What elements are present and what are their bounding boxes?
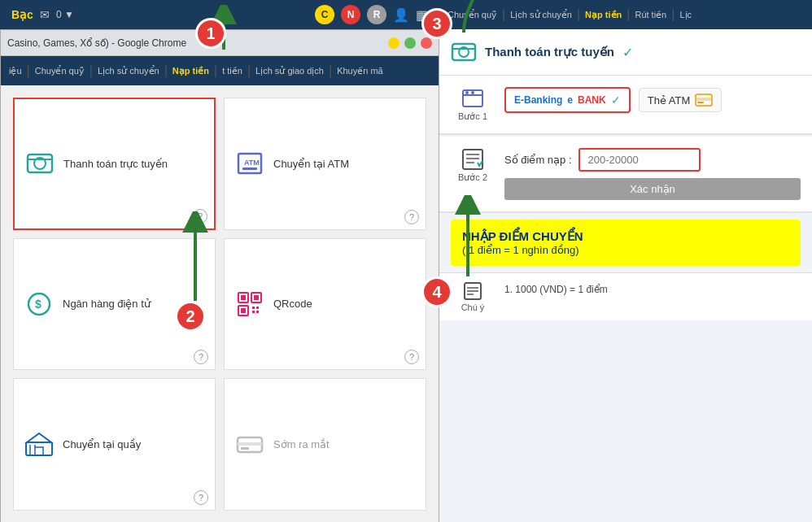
ebank-check: ✓ <box>611 94 621 107</box>
svg-text:$: $ <box>35 298 41 311</box>
step2-content: Số điểm nạp : Xác nhận <box>504 148 801 200</box>
svg-point-32 <box>471 91 474 94</box>
header-title: Thanh toán trực tuyến <box>485 45 614 59</box>
atm-card-option[interactable]: Thẻ ATM <box>639 88 723 112</box>
callout-subtitle: ( 1 điểm = 1 nghìn đồng) <box>462 244 789 256</box>
right-nav: Chuyển quỹ | Lịch sử chuyển | Nạp tiền |… <box>439 0 812 29</box>
newcard-icon <box>234 429 265 460</box>
arrow4 <box>447 195 488 285</box>
note-content: 1. 1000 (VND) = 1 điểm <box>504 284 608 295</box>
step1-icon <box>461 87 484 110</box>
soon-label: Sớm ra mắt <box>273 438 330 450</box>
note-section: Chú ý 1. 1000 (VND) = 1 điểm <box>439 272 812 320</box>
ebank-brand: e <box>567 94 573 106</box>
step1-badge: 1 <box>195 18 226 49</box>
qr-label: QRcode <box>273 298 312 310</box>
svg-rect-11 <box>241 295 246 300</box>
counter-label: Chuyển tại quầy <box>63 438 141 450</box>
app-nav: iệu | Chuyển quỹ | Lịch sử chuyển | Nạp … <box>1 56 439 85</box>
chrome-close[interactable] <box>421 37 432 49</box>
nav-lichsuchuyen[interactable]: Lịch sử chuyển <box>98 66 159 76</box>
payment-card-counter[interactable]: Chuyển tại quầy ? <box>13 378 216 511</box>
payment-card-online[interactable]: Thanh toán trực tuyến ? <box>13 98 216 230</box>
points-input[interactable] <box>578 148 701 172</box>
mail-icon: ✉ <box>40 8 50 21</box>
svg-rect-25 <box>241 447 249 450</box>
svg-rect-20 <box>35 447 43 455</box>
rnav-lic[interactable]: Lịc <box>679 10 692 20</box>
svg-rect-5 <box>242 167 257 170</box>
atm-help-icon[interactable]: ? <box>404 210 419 224</box>
svg-point-31 <box>465 91 469 94</box>
step1-section: Bước 1 E-Banking e BANK ✓ Thẻ ATM <box>439 76 812 135</box>
svg-rect-16 <box>252 311 255 313</box>
nav-ruttien[interactable]: t tiền <box>222 66 242 76</box>
payment-card-soon[interactable]: Sớm ra mắt <box>224 378 426 511</box>
chrome-controls <box>388 37 432 49</box>
online-payment-icon <box>24 148 55 179</box>
bank-brand: BANK <box>578 94 606 106</box>
rnav-ruttien[interactable]: Rút tiền <box>635 10 666 20</box>
atm-label: Chuyển tại ATM <box>273 158 349 170</box>
svg-rect-12 <box>254 295 259 300</box>
mail-count: 0 ▼ <box>56 9 74 20</box>
callout-box: NHẬP ĐIỂM CHUYỂN ( 1 điểm = 1 nghìn đồng… <box>451 220 801 266</box>
svg-marker-19 <box>27 433 51 442</box>
step2-badge: 2 <box>175 301 206 332</box>
right-panel: Chuyển quỹ | Lịch sử chuyển | Nạp tiền |… <box>439 0 812 522</box>
svg-rect-17 <box>256 311 259 313</box>
rnav-lichsu[interactable]: Lịch sử chuyển <box>510 10 572 20</box>
svg-text:ATM: ATM <box>244 159 260 167</box>
ebanking-text: E-Banking <box>514 94 562 106</box>
step2-label: Bước 2 <box>458 172 487 183</box>
nav-chuyenquy[interactable]: Chuyển quỹ <box>35 66 85 76</box>
icon-c-badge[interactable]: C <box>315 5 334 24</box>
username-label: Bạc <box>11 8 33 21</box>
counter-icon <box>24 429 55 460</box>
header-payment-icon <box>451 39 477 65</box>
step2-section: Bước 2 Số điểm nạp : Xác nhận <box>439 137 812 213</box>
atm-option-label: Thẻ ATM <box>648 94 691 107</box>
nav-khuyenma[interactable]: Khuyến mã <box>337 66 383 76</box>
nav-lichsugiaodich[interactable]: Lịch sử giao dịch <box>255 66 324 76</box>
svg-rect-35 <box>697 102 704 103</box>
atm-icon: ATM <box>234 148 265 179</box>
svg-rect-34 <box>696 98 712 101</box>
ebank-icon: $ <box>24 289 55 320</box>
payment-card-atm[interactable]: ATM Chuyển tại ATM ? <box>224 98 426 230</box>
ebank-help-icon[interactable]: ? <box>194 350 208 364</box>
icon-n-badge[interactable]: N <box>341 5 360 24</box>
ebanking-option[interactable]: E-Banking e BANK ✓ <box>504 87 631 113</box>
qr-help-icon[interactable]: ? <box>404 350 419 364</box>
points-label: Số điểm nạp : <box>504 154 572 166</box>
note-label: Chú ý <box>461 302 485 312</box>
rnav-naptien[interactable]: Nạp tiền <box>585 10 622 20</box>
nav-thongtin[interactable]: iệu <box>9 66 22 76</box>
step3-badge: 3 <box>421 8 452 39</box>
step2-icon <box>461 148 484 171</box>
atm-card-icon <box>695 94 713 107</box>
chrome-maximize[interactable] <box>404 37 416 49</box>
icon-r-badge[interactable]: R <box>367 5 386 24</box>
qr-icon <box>234 289 265 320</box>
chrome-minimize[interactable] <box>388 37 399 49</box>
nav-naptien[interactable]: Nạp tiền <box>172 66 209 76</box>
payment-grid: Thanh toán trực tuyến ? ATM Chuyển tại A… <box>1 85 439 522</box>
online-payment-label: Thanh toán trực tuyến <box>63 158 168 170</box>
verified-badge: ✓ <box>622 45 633 60</box>
chrome-window: Casino, Games, Xổ số) - Google Chrome iệ… <box>0 29 439 522</box>
counter-help-icon[interactable]: ? <box>194 490 208 505</box>
step1-content: E-Banking e BANK ✓ Thẻ ATM <box>504 87 801 122</box>
arrow2 <box>175 211 216 309</box>
user-icon: 👤 <box>393 7 409 23</box>
confirm-button[interactable]: Xác nhận <box>504 178 801 200</box>
svg-rect-13 <box>241 308 246 313</box>
payment-header: Thanh toán trực tuyến ✓ <box>439 29 812 76</box>
payment-card-qr[interactable]: QRcode ? <box>224 238 426 371</box>
svg-rect-14 <box>252 307 255 309</box>
step4-badge: 4 <box>421 276 452 307</box>
ebank-label: Ngân hàng điện tử <box>63 298 151 310</box>
svg-rect-24 <box>238 442 262 446</box>
svg-rect-15 <box>256 307 259 309</box>
step1-label: Bước 1 <box>458 111 487 122</box>
